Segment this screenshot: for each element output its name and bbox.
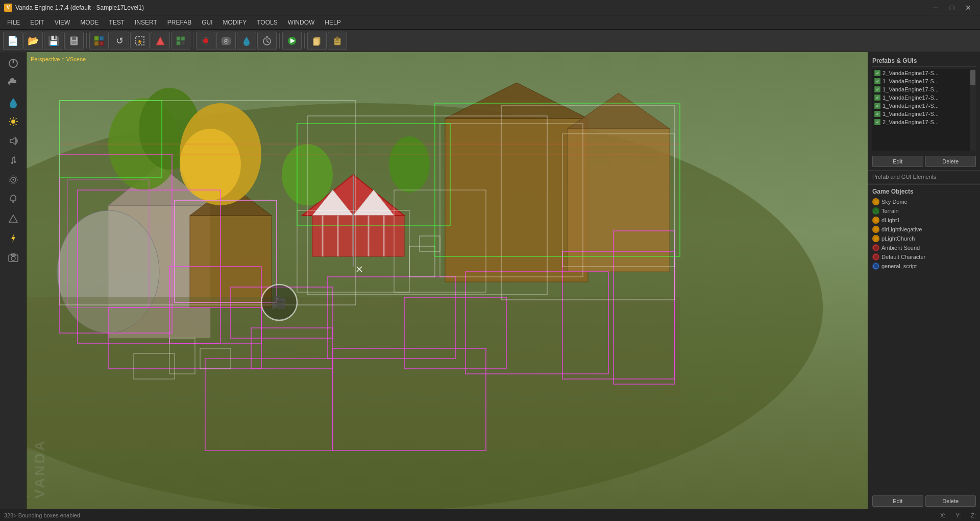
prefab-check-2[interactable]: ✓: [874, 86, 880, 92]
sidebar-lens-btn[interactable]: [3, 171, 23, 189]
prefab-check-3[interactable]: ✓: [874, 94, 880, 101]
toolbar-paste[interactable]: [328, 32, 347, 50]
menu-test[interactable]: TEST: [104, 17, 130, 28]
svg-marker-53: [9, 215, 17, 222]
go-dlight1[interactable]: dLight1: [868, 216, 980, 225]
toolbar-open[interactable]: 📂: [23, 32, 43, 50]
toolbar-copy[interactable]: [307, 32, 327, 50]
sidebar-lightning-btn[interactable]: [3, 229, 23, 247]
prefab-item-0[interactable]: ✓ 2_VandaEngine17-S...: [872, 69, 976, 77]
menu-help[interactable]: HELP: [320, 17, 346, 28]
sidebar-terrain-btn[interactable]: [3, 209, 23, 228]
svg-rect-105: [297, 210, 409, 292]
svg-text:🎥: 🎥: [272, 295, 287, 310]
menu-tools[interactable]: TOOLS: [252, 17, 282, 28]
toolbar-grid[interactable]: [171, 32, 190, 50]
close-button[interactable]: ✕: [961, 2, 976, 14]
prefabs-scrollbar[interactable]: [970, 69, 976, 151]
menu-file[interactable]: FILE: [2, 17, 25, 28]
toolbar-undo[interactable]: ↺: [110, 32, 129, 50]
go-dirlightneg[interactable]: dirLightNegative: [868, 225, 980, 234]
sidebar-sound-btn[interactable]: [3, 132, 23, 150]
svg-rect-60: [445, 119, 588, 282]
viewport[interactable]: Perspective :: VScene: [27, 52, 868, 509]
svg-line-122: [357, 267, 362, 272]
menu-prefab[interactable]: PREFAB: [162, 17, 197, 28]
sidebar-cloud-btn[interactable]: [3, 74, 23, 92]
prefabs-list[interactable]: ✓ 2_VandaEngine17-S... ✓ 1_VandaEngine17…: [872, 69, 976, 151]
svg-point-18: [225, 40, 227, 42]
svg-point-83: [282, 144, 333, 205]
menu-modify[interactable]: MODIFY: [218, 17, 252, 28]
go-default-character[interactable]: Default Character: [868, 252, 980, 262]
prefab-check-6[interactable]: ✓: [874, 119, 880, 125]
svg-rect-27: [313, 38, 319, 45]
svg-rect-85: [27, 297, 680, 451]
prefabs-scrollbar-thumb[interactable]: [970, 70, 975, 85]
version-watermark: 1.7: [27, 489, 31, 499]
svg-point-80: [139, 88, 200, 170]
svg-point-66: [57, 210, 159, 333]
toolbar-play[interactable]: [282, 32, 302, 50]
go-general-script[interactable]: general_script: [868, 262, 980, 271]
toolbar-sep-3: [279, 33, 280, 49]
menu-gui[interactable]: GUI: [197, 17, 217, 28]
svg-point-125: [873, 218, 878, 223]
prefabs-edit-btn[interactable]: Edit: [872, 156, 923, 167]
toolbar-shape[interactable]: [151, 32, 170, 50]
svg-rect-108: [562, 134, 675, 267]
prefab-check-1[interactable]: ✓: [874, 78, 880, 84]
svg-rect-6: [100, 41, 104, 45]
svg-rect-103: [501, 106, 675, 300]
gameobjects-delete-btn[interactable]: Delete: [925, 495, 976, 507]
minimize-button[interactable]: ─: [928, 2, 943, 14]
prefab-item-2[interactable]: ✓ 1_VandaEngine17-S...: [872, 85, 976, 93]
sidebar-camera-btn[interactable]: [3, 248, 23, 267]
go-icon-ambient-sound: [872, 244, 879, 251]
toolbar-water[interactable]: [237, 32, 256, 50]
prefab-item-4[interactable]: ✓ 1_VandaEngine17-S...: [872, 102, 976, 110]
menu-insert[interactable]: INSERT: [130, 17, 162, 28]
menu-edit[interactable]: EDIT: [25, 17, 49, 28]
svg-rect-96: [465, 272, 608, 374]
go-plightchurch[interactable]: pLightChurch: [868, 234, 980, 243]
prefab-check-5[interactable]: ✓: [874, 111, 880, 117]
svg-point-34: [11, 120, 15, 124]
toolbar-screenshot[interactable]: [216, 32, 236, 50]
sidebar-power-btn[interactable]: [3, 54, 23, 73]
prefab-item-5[interactable]: ✓ 1_VandaEngine17-S...: [872, 110, 976, 118]
prefabs-delete-btn[interactable]: Delete: [925, 156, 976, 167]
menu-view[interactable]: VIEW: [50, 17, 76, 28]
svg-rect-11: [181, 37, 185, 40]
sidebar-music-btn[interactable]: [3, 151, 23, 170]
toolbar-timer[interactable]: [257, 32, 277, 50]
prefab-item-1[interactable]: ✓ 1_VandaEngine17-S...: [872, 77, 976, 85]
go-sky-dome[interactable]: Sky Dome: [868, 197, 980, 206]
svg-point-56: [11, 256, 15, 260]
prefab-item-6[interactable]: ✓ 2_VandaEngine17-S...: [872, 118, 976, 126]
go-terrain[interactable]: Terrain: [868, 206, 980, 216]
toolbar-select[interactable]: [130, 32, 150, 50]
menu-mode[interactable]: MODE: [75, 17, 104, 28]
menu-window[interactable]: WINDOW: [283, 17, 320, 28]
prefab-check-0[interactable]: ✓: [874, 70, 880, 76]
toolbar-mode[interactable]: [89, 32, 109, 50]
toolbar-record[interactable]: [196, 32, 215, 50]
prefab-item-3[interactable]: ✓ 1_VandaEngine17-S...: [872, 93, 976, 102]
z-label: Z:: [971, 512, 976, 518]
sidebar-bell-btn[interactable]: [3, 190, 23, 208]
toolbar-save[interactable]: 💾: [44, 32, 63, 50]
title-bar-controls[interactable]: ─ □ ✕: [928, 2, 976, 14]
go-ambient-sound[interactable]: Ambient Sound: [868, 243, 980, 252]
toolbar-new[interactable]: 📄: [3, 32, 22, 50]
prefabs-title: Prefabs & GUIs: [872, 55, 976, 67]
toolbar-save-as[interactable]: [64, 32, 84, 50]
game-objects-section: Game Objects Sky Dome Terrain dLight1: [868, 184, 980, 493]
prefab-check-4[interactable]: ✓: [874, 103, 880, 109]
sidebar-sun-btn[interactable]: [3, 112, 23, 131]
sidebar-water-btn[interactable]: [3, 93, 23, 111]
maximize-button[interactable]: □: [944, 2, 960, 14]
svg-rect-4: [100, 36, 104, 40]
svg-point-119: [261, 285, 297, 320]
gameobjects-edit-btn[interactable]: Edit: [872, 495, 923, 507]
